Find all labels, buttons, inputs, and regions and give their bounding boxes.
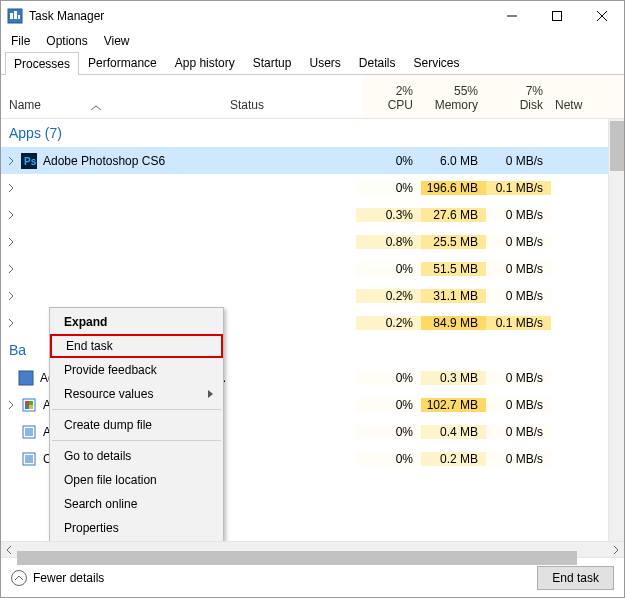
chevron-right-icon[interactable] [1, 238, 21, 246]
shield-icon [21, 397, 37, 413]
context-menu: Expand End task Provide feedback Resourc… [49, 307, 224, 541]
scroll-left-icon[interactable] [1, 546, 17, 554]
svg-rect-10 [19, 371, 33, 385]
fewer-details-toggle[interactable]: Fewer details [11, 570, 537, 586]
process-row[interactable]: 0.8% 25.5 MB 0 MB/s [1, 228, 608, 255]
app-icon [21, 424, 37, 440]
scrollbar-thumb[interactable] [17, 551, 577, 565]
sort-indicator-icon [91, 100, 101, 114]
svg-rect-14 [25, 405, 29, 409]
scroll-right-icon[interactable] [608, 546, 624, 554]
chevron-right-icon[interactable] [1, 211, 21, 219]
end-task-button[interactable]: End task [537, 566, 614, 590]
menu-options[interactable]: Options [40, 32, 93, 50]
scrollbar-thumb[interactable] [610, 121, 624, 171]
vertical-scrollbar[interactable] [608, 119, 624, 541]
app-icon [18, 370, 34, 386]
app-icon [21, 451, 37, 467]
svg-rect-1 [10, 13, 13, 19]
tab-processes[interactable]: Processes [5, 52, 79, 75]
horizontal-scrollbar[interactable] [1, 541, 624, 557]
column-network[interactable]: Netw [551, 98, 624, 118]
menubar: File Options View [1, 31, 624, 51]
app-icon [7, 8, 23, 24]
menu-resource-values[interactable]: Resource values [50, 382, 223, 406]
tab-row: Processes Performance App history Startu… [1, 51, 624, 75]
svg-rect-19 [25, 455, 33, 463]
chevron-right-icon[interactable] [1, 292, 21, 300]
tab-services[interactable]: Services [405, 51, 469, 74]
chevron-right-icon[interactable] [1, 184, 21, 192]
window-buttons [489, 1, 624, 31]
tab-app-history[interactable]: App history [166, 51, 244, 74]
svg-rect-5 [552, 12, 561, 21]
photoshop-icon: Ps [21, 153, 37, 169]
chevron-right-icon[interactable] [1, 157, 21, 165]
maximize-button[interactable] [534, 1, 579, 31]
svg-text:Ps: Ps [24, 156, 37, 167]
close-button[interactable] [579, 1, 624, 31]
svg-rect-17 [25, 428, 33, 436]
menu-end-task[interactable]: End task [50, 334, 223, 358]
menu-search-online[interactable]: Search online [50, 492, 223, 516]
menu-create-dump[interactable]: Create dump file [50, 413, 223, 437]
titlebar: Task Manager [1, 1, 624, 31]
window-title: Task Manager [29, 9, 489, 23]
column-memory[interactable]: 55%Memory [421, 84, 486, 118]
menu-go-details[interactable]: Go to details [50, 444, 223, 468]
column-headers: Name Status 2%CPU 55%Memory 7%Disk Netw [1, 75, 624, 119]
disk-cell: 0 MB/s [486, 154, 551, 168]
menu-separator [52, 440, 221, 441]
minimize-button[interactable] [489, 1, 534, 31]
svg-rect-3 [18, 15, 20, 19]
process-row[interactable]: 0.3% 27.6 MB 0 MB/s [1, 201, 608, 228]
tab-details[interactable]: Details [350, 51, 405, 74]
column-disk[interactable]: 7%Disk [486, 84, 551, 118]
process-row[interactable]: Ps Adobe Photoshop CS6 0% 6.0 MB 0 MB/s [1, 147, 608, 174]
svg-rect-13 [29, 401, 33, 405]
menu-properties[interactable]: Properties [50, 516, 223, 540]
process-row[interactable]: 0% 51.5 MB 0 MB/s [1, 255, 608, 282]
cpu-cell: 0% [356, 154, 421, 168]
process-list: Apps (7) Ps Adobe Photoshop CS6 0% 6.0 M… [1, 119, 624, 541]
menu-view[interactable]: View [98, 32, 136, 50]
task-manager-window: Task Manager File Options View Processes… [0, 0, 625, 598]
tab-users[interactable]: Users [300, 51, 349, 74]
menu-open-file-location[interactable]: Open file location [50, 468, 223, 492]
svg-rect-12 [25, 401, 29, 405]
tab-startup[interactable]: Startup [244, 51, 301, 74]
process-row[interactable]: 0.2% 31.1 MB 0 MB/s [1, 282, 608, 309]
menu-expand[interactable]: Expand [50, 310, 223, 334]
tab-performance[interactable]: Performance [79, 51, 166, 74]
process-row[interactable]: 0% 196.6 MB 0.1 MB/s [1, 174, 608, 201]
menu-separator [52, 409, 221, 410]
process-name: Adobe Photoshop CS6 [43, 154, 165, 168]
menu-file[interactable]: File [5, 32, 36, 50]
menu-provide-feedback[interactable]: Provide feedback [50, 358, 223, 382]
column-name[interactable]: Name [1, 98, 226, 118]
column-status[interactable]: Status [226, 98, 356, 118]
column-cpu[interactable]: 2%CPU [356, 84, 421, 118]
chevron-right-icon[interactable] [1, 265, 21, 273]
svg-rect-15 [29, 405, 33, 409]
svg-rect-2 [14, 11, 17, 19]
chevron-right-icon[interactable] [1, 401, 21, 409]
chevron-up-icon [11, 570, 27, 586]
group-apps[interactable]: Apps (7) [1, 119, 608, 147]
chevron-right-icon[interactable] [1, 319, 21, 327]
mem-cell: 6.0 MB [421, 154, 486, 168]
